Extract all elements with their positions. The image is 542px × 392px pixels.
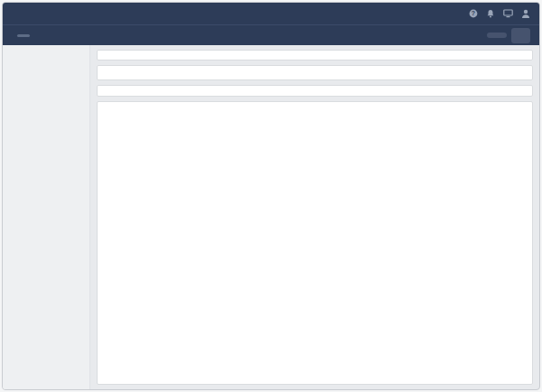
- crawl-stats-panel: [97, 65, 533, 80]
- crawl-summary-bar: [106, 220, 502, 229]
- sidebar: [3, 45, 90, 389]
- main-area: [90, 45, 539, 389]
- svg-text:?: ?: [472, 10, 475, 16]
- app-window: ?: [2, 2, 540, 390]
- urls-crawled-chart-panel: [97, 101, 533, 385]
- page-title: [97, 50, 533, 61]
- nav-right-icons: ?: [469, 9, 530, 18]
- chart-plot-area: [106, 113, 502, 214]
- help-icon[interactable]: ?: [469, 9, 478, 18]
- account-icon[interactable]: [521, 9, 530, 18]
- settings-button[interactable]: [511, 28, 530, 43]
- project-bar: [3, 24, 539, 45]
- notifications-icon[interactable]: [486, 9, 495, 18]
- chart-plot-wrapper: [106, 113, 524, 214]
- status-badge: [17, 34, 30, 37]
- display-icon[interactable]: [503, 9, 513, 18]
- url-types-panel: [97, 85, 533, 97]
- content-area: [3, 45, 539, 389]
- chart-bars: [106, 113, 502, 214]
- project-bar-actions: [487, 28, 530, 43]
- new-crawl-button[interactable]: [487, 33, 507, 38]
- url-types-title: [98, 86, 532, 96]
- top-navbar: ?: [3, 3, 539, 24]
